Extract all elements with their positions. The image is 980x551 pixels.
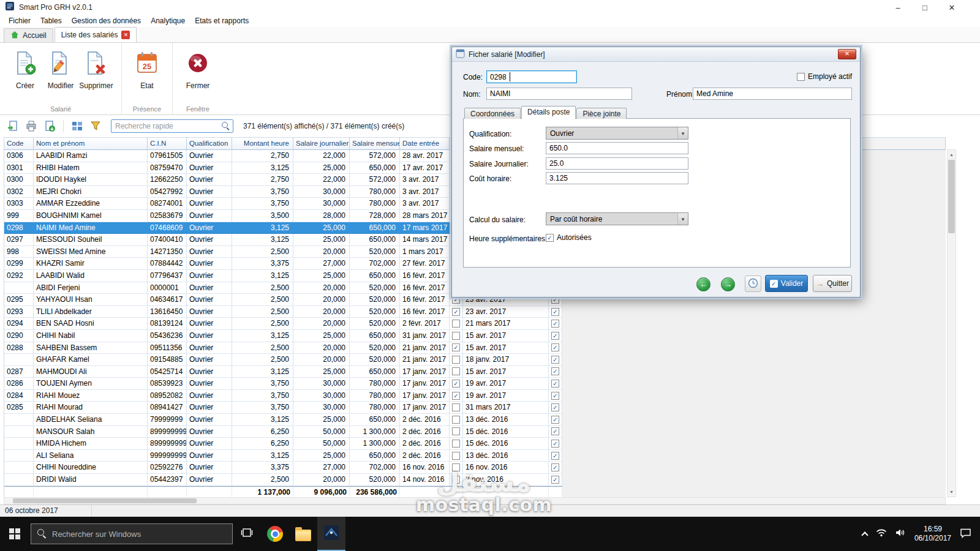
- row-checkbox[interactable]: ✓: [551, 392, 559, 400]
- row-checkbox[interactable]: ✓: [551, 308, 559, 316]
- table-row[interactable]: ABDELHAK Seliana79999999Ouvrier3,12525,0…: [4, 414, 562, 426]
- checkbox-unchecked-icon[interactable]: [797, 73, 805, 81]
- chevron-down-icon[interactable]: ▾: [677, 127, 688, 139]
- row-checkbox[interactable]: [452, 416, 460, 424]
- row-checkbox[interactable]: ✓: [452, 308, 460, 316]
- table-row[interactable]: 0287MAHMOUDI Ali05425714Ouvrier3,12525,0…: [4, 366, 562, 378]
- task-view-button[interactable]: [233, 517, 261, 551]
- tab-piece-jointe[interactable]: Pièce jointe: [576, 108, 627, 119]
- tab-details-poste[interactable]: Détails poste: [521, 106, 576, 119]
- column-header[interactable]: Date entrée: [400, 138, 450, 150]
- cout-horaire-input[interactable]: [546, 172, 688, 184]
- horizontal-scroll-thumb[interactable]: [13, 498, 197, 503]
- row-checkbox[interactable]: [452, 320, 460, 328]
- menu-gestion-donnees[interactable]: Gestion des données: [67, 15, 146, 26]
- maximize-button[interactable]: □: [911, 0, 938, 15]
- column-header[interactable]: Montant heure: [232, 138, 293, 150]
- row-checkbox[interactable]: [452, 427, 460, 435]
- row-checkbox[interactable]: ✓: [551, 440, 559, 448]
- menu-etats-rapports[interactable]: Etats et rapports: [190, 15, 254, 26]
- row-checkbox[interactable]: ✓: [551, 476, 559, 484]
- smartpro-app-button[interactable]: [317, 517, 345, 551]
- start-button[interactable]: [0, 517, 29, 551]
- prenom-input[interactable]: [693, 88, 852, 100]
- table-row[interactable]: GHAFAR Kamel09154885Ouvrier2,50020,00052…: [4, 354, 562, 366]
- tab-coordonnees[interactable]: Coordonnées: [464, 108, 521, 119]
- employe-actif-checkbox[interactable]: Employé actif: [797, 72, 852, 81]
- notification-icon[interactable]: [960, 528, 971, 541]
- create-button[interactable]: Créer: [7, 48, 43, 90]
- chevron-down-icon[interactable]: ▾: [677, 213, 688, 225]
- close-window-button[interactable]: Fermer: [180, 48, 216, 90]
- network-icon[interactable]: [876, 528, 887, 539]
- row-checkbox[interactable]: ✓: [452, 343, 460, 351]
- salaire-journalier-input[interactable]: [546, 157, 688, 170]
- chevron-up-icon[interactable]: [861, 531, 868, 538]
- row-checkbox[interactable]: [452, 476, 460, 484]
- column-header[interactable]: Qualification: [187, 138, 232, 150]
- close-button[interactable]: ✕: [938, 0, 965, 15]
- layout-grid-icon[interactable]: [70, 119, 84, 133]
- quitter-button[interactable]: → Quitter: [813, 275, 852, 292]
- menu-tables[interactable]: Tables: [36, 15, 67, 26]
- row-checkbox[interactable]: ✓: [551, 452, 559, 460]
- row-checkbox[interactable]: [452, 403, 460, 411]
- nom-input[interactable]: [486, 88, 632, 100]
- row-checkbox[interactable]: ✓: [551, 403, 559, 411]
- table-row[interactable]: MANSOUR Salah8999999999Ouvrier6,25050,00…: [4, 426, 562, 438]
- row-checkbox[interactable]: ✓: [551, 380, 559, 388]
- close-tab-icon[interactable]: ✕: [121, 31, 130, 39]
- code-input[interactable]: [486, 70, 577, 83]
- etat-button[interactable]: 25 Etat: [129, 48, 165, 90]
- chrome-button[interactable]: [261, 517, 289, 551]
- table-row[interactable]: 0293TLILI Abdelkader13616450Ouvrier2,500…: [4, 306, 562, 318]
- table-row[interactable]: 0290CHIHI Nabil05436236Ouvrier3,12525,00…: [4, 330, 562, 342]
- row-checkbox[interactable]: [452, 356, 460, 364]
- vertical-scroll-thumb[interactable]: [948, 160, 955, 233]
- row-checkbox[interactable]: ✓: [551, 356, 559, 364]
- edit-button[interactable]: Modifier: [43, 48, 78, 90]
- row-checkbox[interactable]: [452, 463, 460, 471]
- heures-supp-checkbox[interactable]: ✓ Autorisées: [546, 233, 592, 242]
- column-header[interactable]: C.I.N: [148, 138, 187, 150]
- column-header[interactable]: Salaire journalier: [293, 138, 350, 150]
- row-checkbox[interactable]: [452, 332, 460, 340]
- tab-liste-salaries[interactable]: Liste des salariés ✕: [55, 27, 137, 42]
- horizontal-scrollbar[interactable]: [4, 497, 946, 504]
- column-header[interactable]: Salaire mensuel: [350, 138, 400, 150]
- import-icon[interactable]: [6, 119, 20, 133]
- scroll-up-icon[interactable]: ▲: [948, 150, 956, 159]
- row-checkbox[interactable]: ✓: [452, 380, 460, 388]
- table-row[interactable]: 0286TOUJENI Aymen08539923Ouvrier3,75030,…: [4, 378, 562, 390]
- salaire-mensuel-input[interactable]: [546, 142, 688, 154]
- table-row[interactable]: 0284RIAHI Mouez08952082Ouvrier3,75030,00…: [4, 390, 562, 402]
- tab-accueil[interactable]: Accueil: [4, 28, 53, 42]
- menu-analytique[interactable]: Analytique: [146, 15, 190, 26]
- scroll-down-icon[interactable]: ▼: [948, 487, 956, 497]
- valider-button[interactable]: ✓ Valider: [765, 275, 808, 292]
- minimize-button[interactable]: –: [884, 0, 911, 15]
- row-checkbox[interactable]: [452, 440, 460, 448]
- column-header[interactable]: Nom et prénom: [34, 138, 148, 150]
- dialog-close-button[interactable]: ✕: [838, 49, 856, 59]
- menu-fichier[interactable]: Fichier: [4, 15, 36, 26]
- column-header[interactable]: Code: [4, 138, 34, 150]
- table-row[interactable]: CHIHI Noureddine02592276Ouvrier3,37527,0…: [4, 462, 562, 474]
- export-icon[interactable]: [43, 119, 56, 133]
- row-checkbox[interactable]: ✓: [551, 463, 559, 471]
- calcul-salaire-select[interactable]: Par coût horaire ▾: [546, 212, 688, 225]
- filter-icon[interactable]: [89, 119, 102, 133]
- table-row[interactable]: DRIDI Walid05442397Ouvrier2,50020,000520…: [4, 474, 562, 486]
- taskbar-search-input[interactable]: [31, 523, 233, 544]
- vertical-scrollbar[interactable]: ▲ ▼: [947, 149, 956, 497]
- checkbox-checked-icon[interactable]: ✓: [546, 234, 554, 242]
- row-checkbox[interactable]: ✓: [452, 392, 460, 400]
- delete-button[interactable]: Supprimer: [78, 48, 114, 90]
- taskbar-clock[interactable]: 16:59 06/10/2017: [914, 525, 951, 543]
- table-row[interactable]: 0288SAHBENI Bassem09511356Ouvrier2,50020…: [4, 342, 562, 354]
- row-checkbox[interactable]: ✓: [551, 416, 559, 424]
- row-checkbox[interactable]: ✓: [551, 332, 559, 340]
- table-row[interactable]: 0294BEN SAAD Hosni08139124Ouvrier2,50020…: [4, 318, 562, 330]
- next-record-button[interactable]: →: [721, 277, 735, 291]
- dialog-titlebar[interactable]: Ficher salarié [Modifier] ✕: [452, 47, 860, 62]
